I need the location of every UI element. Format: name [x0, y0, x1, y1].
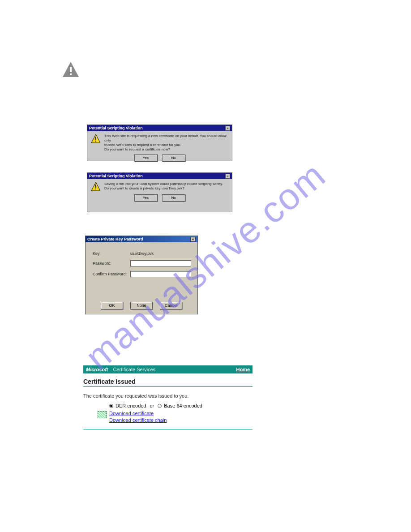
encoding-options: DER encoded or Base 64 encoded [109, 403, 253, 408]
close-icon[interactable]: × [190, 237, 196, 242]
key-value: user1key.pvk [130, 251, 154, 256]
svg-rect-1 [70, 67, 72, 72]
divider [83, 429, 253, 429]
yes-button[interactable]: Yes [134, 154, 158, 162]
none-button[interactable]: None [130, 302, 153, 309]
password-input[interactable] [130, 260, 191, 266]
confirm-password-label: Confirm Password: [93, 272, 130, 276]
download-certificate-chain-link[interactable]: Download certificate chain [109, 417, 167, 424]
dialog-title: Create Private Key Password [87, 237, 143, 241]
dialog-message: Saving a file into your local system cou… [104, 182, 223, 191]
warning-icon [91, 134, 101, 144]
der-radio[interactable] [109, 404, 113, 408]
warning-icon [91, 182, 101, 192]
certificate-services-page: Microsoft Certificate Services Home Cert… [83, 365, 253, 429]
close-icon[interactable]: × [225, 174, 230, 179]
svg-rect-8 [95, 189, 96, 189]
dialog-titlebar: Potential Scripting Violation × [87, 125, 232, 131]
dialog-titlebar: Potential Scripting Violation × [87, 173, 232, 179]
close-icon[interactable]: × [225, 126, 230, 131]
ok-button[interactable]: OK [101, 302, 123, 309]
password-label: Password: [93, 261, 130, 266]
dialog-message: This Web site is requesting a new certif… [104, 134, 228, 152]
or-label: or [150, 403, 154, 408]
caution-icon [63, 62, 79, 77]
create-private-key-password-dialog: Create Private Key Password × Key: user1… [85, 236, 198, 314]
dialog-title: Potential Scripting Violation [89, 174, 143, 178]
scripting-violation-dialog-1: Potential Scripting Violation × This Web… [87, 124, 232, 161]
key-label: Key: [93, 251, 130, 256]
no-button[interactable]: No [162, 154, 185, 162]
base64-label: Base 64 encoded [164, 403, 202, 408]
svg-rect-2 [70, 73, 72, 75]
cancel-button[interactable]: Cancel [160, 302, 182, 309]
no-button[interactable]: No [162, 194, 185, 202]
download-certificate-link[interactable]: Download certificate [109, 410, 167, 417]
confirm-password-input[interactable] [130, 271, 191, 277]
dialog-titlebar: Create Private Key Password × [86, 236, 197, 242]
svg-rect-4 [95, 137, 96, 140]
certificate-icon [98, 411, 107, 418]
scripting-violation-dialog-2: Potential Scripting Violation × Saving a… [87, 172, 232, 212]
dialog-title: Potential Scripting Violation [89, 126, 143, 130]
yes-button[interactable]: Yes [134, 194, 158, 202]
banner-brand: Microsoft Certificate Services [86, 367, 155, 372]
base64-radio[interactable] [158, 404, 162, 408]
home-link[interactable]: Home [236, 367, 250, 372]
page-heading: Certificate Issued [83, 378, 253, 387]
der-label: DER encoded [116, 403, 146, 408]
svg-rect-5 [95, 141, 96, 142]
issued-text: The certificate you requested was issued… [83, 393, 253, 399]
cert-banner: Microsoft Certificate Services Home [83, 365, 253, 373]
svg-rect-7 [95, 184, 96, 188]
